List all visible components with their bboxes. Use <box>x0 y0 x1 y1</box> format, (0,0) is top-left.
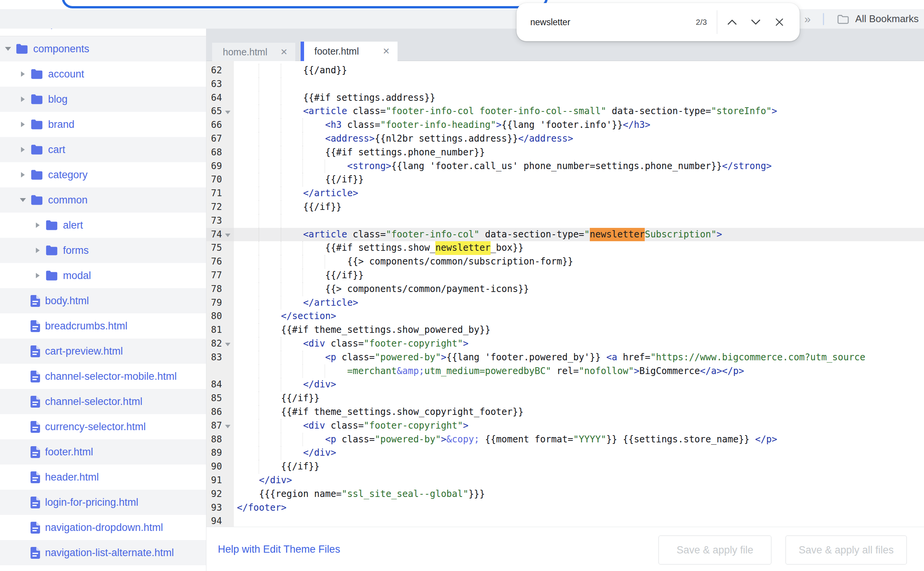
tree-file-footer-html[interactable]: footer.html <box>0 439 206 465</box>
code-line-89[interactable]: 89</div> <box>206 446 924 460</box>
all-bookmarks-folder-icon[interactable] <box>837 14 849 24</box>
code-line-81[interactable]: 81{{#if theme_settings.show_powered_by}} <box>206 323 924 337</box>
tree-folder-brand[interactable]: brand <box>0 112 206 137</box>
line-number: 93 <box>206 501 234 515</box>
code-line-74[interactable]: 74<article class="footer-info-col" data-… <box>206 228 924 242</box>
code-line-87[interactable]: 87<div class="footer-copyright"> <box>206 419 924 433</box>
code-line-71[interactable]: 71</article> <box>206 187 924 200</box>
find-next-icon[interactable] <box>744 10 768 34</box>
code-text <box>234 515 237 527</box>
code-text: <article class="footer-info-col footer-i… <box>234 105 777 118</box>
fold-arrow-icon[interactable] <box>225 234 230 237</box>
find-input[interactable]: newsletter <box>530 17 696 27</box>
tree-folder-alert[interactable]: alert <box>0 213 206 238</box>
tab-close-icon[interactable]: ✕ <box>383 47 390 56</box>
tree-folder-components[interactable]: components <box>0 36 206 61</box>
tree-folder-cart[interactable]: cart <box>0 137 206 162</box>
code-line-92[interactable]: 92{{{region name="ssl_site_seal--global"… <box>206 487 924 501</box>
code-line-80[interactable]: 80</section> <box>206 310 924 323</box>
tree-folder-modal[interactable]: modal <box>0 263 206 288</box>
tree-file-login-for-pricing-html[interactable]: login-for-pricing.html <box>0 490 206 515</box>
tree-file-navigation-dropdown-html[interactable]: navigation-dropdown.html <box>0 515 206 540</box>
tree-folder-forms[interactable]: forms <box>0 238 206 263</box>
code-line-66[interactable]: 66<h3 class="footer-info-heading">{{lang… <box>206 118 924 132</box>
caret-right-icon[interactable] <box>34 273 42 278</box>
caret-right-icon[interactable] <box>19 97 27 102</box>
caret-down-icon[interactable] <box>4 47 12 51</box>
tree-file-breadcrumbs-html[interactable]: breadcrumbs.html <box>0 313 206 339</box>
tab-home-html[interactable]: home.html✕ <box>212 43 295 61</box>
code-line-70[interactable]: 70{{/if}} <box>206 173 924 187</box>
tree-file-cart-preview-html[interactable]: cart-preview.html <box>0 339 206 364</box>
code-line-73[interactable]: 73 <box>206 214 924 228</box>
line-number: 66 <box>206 118 234 132</box>
caret-right-icon[interactable] <box>19 71 27 77</box>
find-close-icon[interactable] <box>768 10 791 34</box>
tree-item-label: body.html <box>45 295 89 307</box>
code-line-77[interactable]: 77{{/if}} <box>206 269 924 282</box>
tree-file-channel-selector-html[interactable]: channel-selector.html <box>0 389 206 414</box>
code-line-88[interactable]: 88<p class="powered-by">&copy; {{moment … <box>206 433 924 447</box>
tree-file-body-html[interactable]: body.html <box>0 288 206 313</box>
tab-footer-html[interactable]: footer.html✕ <box>301 42 398 61</box>
tree-folder-category[interactable]: category <box>0 162 206 187</box>
tree-folder-account[interactable]: account <box>0 61 206 87</box>
code-line-82[interactable]: 82<div class="footer-copyright"> <box>206 337 924 351</box>
fold-arrow-icon[interactable] <box>225 343 230 346</box>
caret-right-icon[interactable] <box>19 147 27 152</box>
all-bookmarks-label[interactable]: All Bookmarks <box>855 13 919 25</box>
tree-item-label: templates <box>33 29 78 29</box>
line-number: 91 <box>206 474 234 487</box>
tree-file-navigation-list-alternate-html[interactable]: navigation-list-alternate.html <box>0 540 206 565</box>
tree-file-header-html[interactable]: header.html <box>0 465 206 490</box>
code-line-75[interactable]: 75{{#if settings.show_newsletter_box}} <box>206 241 924 255</box>
line-number: 63 <box>206 77 234 91</box>
code-line-83[interactable]: 83<p class="powered-by">{{lang 'footer.p… <box>206 351 924 365</box>
code-line-65[interactable]: 65<article class="footer-info-col footer… <box>206 105 924 118</box>
save-apply-file-button[interactable]: Save & apply file <box>658 536 771 565</box>
code-line-85[interactable]: 85{{/if}} <box>206 392 924 405</box>
caret-down-icon[interactable] <box>19 198 27 202</box>
code-line-86[interactable]: 86{{#if theme_settings.show_copyright_fo… <box>206 405 924 419</box>
caret-right-icon[interactable] <box>34 248 42 253</box>
line-number: 81 <box>206 323 234 337</box>
code-line-93[interactable]: 93</footer> <box>206 501 924 515</box>
fold-arrow-icon[interactable] <box>225 111 230 114</box>
code-line-69[interactable]: 69<strong>{{lang 'footer.call_us' phone_… <box>206 160 924 173</box>
tab-close-icon[interactable]: ✕ <box>280 48 288 56</box>
code-line-84[interactable]: 84</div> <box>206 378 924 392</box>
tree-folder-templates[interactable]: templates <box>0 29 206 36</box>
code-line-90[interactable]: 90{{/if}} <box>206 460 924 474</box>
caret-right-icon[interactable] <box>19 172 27 177</box>
code-line-94[interactable]: 94 <box>206 515 924 527</box>
code-line-62[interactable]: 62{{/and}} <box>206 64 924 77</box>
code-line-79[interactable]: 79</article> <box>206 296 924 310</box>
code-line-91[interactable]: 91</div> <box>206 474 924 487</box>
save-apply-all-files-button[interactable]: Save & apply all files <box>786 536 907 565</box>
code-line-64[interactable]: 64{{#if settings.address}} <box>206 91 924 105</box>
tree-file-channel-selector-mobile-html[interactable]: channel-selector-mobile.html <box>0 364 206 389</box>
extensions-overflow-icon[interactable]: » <box>798 13 817 25</box>
tree-item-label: currency-selector.html <box>45 421 146 433</box>
code-line-76[interactable]: 76{{> components/common/subscription-for… <box>206 255 924 269</box>
tree-folder-blog[interactable]: blog <box>0 87 206 112</box>
code-editor[interactable]: 62{{/and}}6364{{#if settings.address}}65… <box>206 61 924 527</box>
help-link[interactable]: Help with Edit Theme Files <box>218 544 340 555</box>
code-line-63[interactable]: 63 <box>206 77 924 91</box>
line-number: 74 <box>206 228 234 242</box>
tree-item-label: account <box>48 68 84 80</box>
code-text: </section> <box>234 310 336 323</box>
tree-item-label: modal <box>63 270 91 282</box>
line-number: 76 <box>206 255 234 269</box>
fold-arrow-icon[interactable] <box>225 425 230 428</box>
caret-right-icon[interactable] <box>19 122 27 127</box>
find-previous-icon[interactable] <box>720 10 744 34</box>
code-line-78[interactable]: 78{{> components/common/payment-icons}} <box>206 282 924 296</box>
tree-file-currency-selector-html[interactable]: currency-selector.html <box>0 414 206 439</box>
caret-right-icon[interactable] <box>34 223 42 228</box>
code-line-67[interactable]: 67<address>{{nl2br settings.address}}</a… <box>206 132 924 146</box>
code-line-72[interactable]: 72{{/if}} <box>206 200 924 214</box>
code-line-68[interactable]: 68{{#if settings.phone_number}} <box>206 146 924 160</box>
tree-folder-common[interactable]: common <box>0 187 206 213</box>
code-line-wrap[interactable]: =merchant&amp;utm_medium=poweredbyBC" re… <box>206 365 924 378</box>
